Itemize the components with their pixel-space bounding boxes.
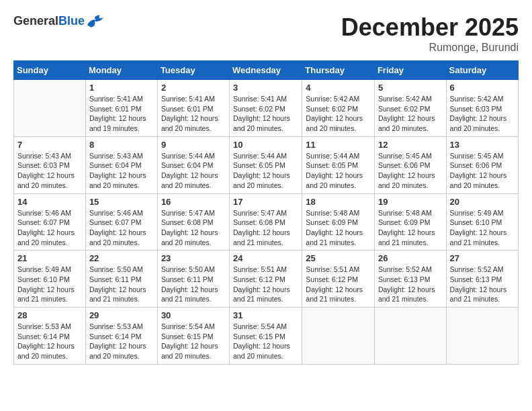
table-row: 6Sunrise: 5:42 AM Sunset: 6:03 PM Daylig… bbox=[446, 80, 518, 137]
day-number: 10 bbox=[233, 140, 298, 150]
table-row: 16Sunrise: 5:47 AM Sunset: 6:08 PM Dayli… bbox=[157, 193, 229, 250]
table-row: 31Sunrise: 5:54 AM Sunset: 6:15 PM Dayli… bbox=[230, 308, 302, 365]
cell-info: Sunrise: 5:49 AM Sunset: 6:10 PM Dayligh… bbox=[450, 208, 515, 248]
cell-info: Sunrise: 5:47 AM Sunset: 6:08 PM Dayligh… bbox=[233, 208, 298, 248]
calendar-week-row: 14Sunrise: 5:46 AM Sunset: 6:07 PM Dayli… bbox=[14, 193, 519, 250]
cell-info: Sunrise: 5:42 AM Sunset: 6:02 PM Dayligh… bbox=[306, 94, 371, 134]
table-row bbox=[446, 308, 518, 365]
day-number: 20 bbox=[450, 197, 515, 207]
day-number: 15 bbox=[89, 197, 154, 207]
day-number: 14 bbox=[17, 197, 82, 207]
table-row: 7Sunrise: 5:43 AM Sunset: 6:03 PM Daylig… bbox=[14, 136, 86, 193]
table-row: 27Sunrise: 5:52 AM Sunset: 6:13 PM Dayli… bbox=[446, 250, 518, 308]
cell-info: Sunrise: 5:41 AM Sunset: 6:01 PM Dayligh… bbox=[89, 94, 154, 134]
day-number: 8 bbox=[89, 140, 154, 150]
table-row: 17Sunrise: 5:47 AM Sunset: 6:08 PM Dayli… bbox=[230, 193, 302, 250]
header-sunday: Sunday bbox=[14, 61, 86, 80]
cell-info: Sunrise: 5:53 AM Sunset: 6:14 PM Dayligh… bbox=[17, 322, 82, 361]
cell-info: Sunrise: 5:44 AM Sunset: 6:05 PM Dayligh… bbox=[233, 151, 298, 191]
calendar-week-row: 28Sunrise: 5:53 AM Sunset: 6:14 PM Dayli… bbox=[14, 308, 519, 365]
day-number: 9 bbox=[161, 140, 226, 150]
day-number: 23 bbox=[161, 253, 226, 263]
header-wednesday: Wednesday bbox=[230, 61, 302, 80]
day-number: 13 bbox=[450, 140, 515, 150]
cell-info: Sunrise: 5:48 AM Sunset: 6:09 PM Dayligh… bbox=[378, 208, 443, 248]
header-thursday: Thursday bbox=[302, 61, 375, 80]
cell-info: Sunrise: 5:44 AM Sunset: 6:04 PM Dayligh… bbox=[161, 151, 226, 191]
day-number: 29 bbox=[89, 310, 154, 320]
table-row: 22Sunrise: 5:50 AM Sunset: 6:11 PM Dayli… bbox=[85, 250, 157, 308]
location-subtitle: Rumonge, Burundi bbox=[341, 42, 519, 54]
cell-info: Sunrise: 5:48 AM Sunset: 6:09 PM Dayligh… bbox=[306, 208, 371, 248]
cell-info: Sunrise: 5:52 AM Sunset: 6:13 PM Dayligh… bbox=[378, 265, 443, 304]
table-row: 28Sunrise: 5:53 AM Sunset: 6:14 PM Dayli… bbox=[14, 308, 86, 365]
month-title: December 2025 bbox=[341, 13, 519, 42]
day-number: 26 bbox=[378, 253, 443, 263]
cell-info: Sunrise: 5:49 AM Sunset: 6:10 PM Dayligh… bbox=[17, 265, 82, 304]
title-block: December 2025 Rumonge, Burundi bbox=[341, 13, 519, 54]
table-row: 11Sunrise: 5:44 AM Sunset: 6:05 PM Dayli… bbox=[302, 136, 375, 193]
table-row: 15Sunrise: 5:46 AM Sunset: 6:07 PM Dayli… bbox=[85, 193, 157, 250]
table-row: 21Sunrise: 5:49 AM Sunset: 6:10 PM Dayli… bbox=[14, 250, 86, 308]
table-row bbox=[14, 80, 86, 137]
table-row: 24Sunrise: 5:51 AM Sunset: 6:12 PM Dayli… bbox=[230, 250, 302, 308]
day-number: 19 bbox=[378, 197, 443, 207]
cell-info: Sunrise: 5:41 AM Sunset: 6:01 PM Dayligh… bbox=[161, 94, 226, 134]
day-number: 30 bbox=[161, 310, 226, 320]
table-row: 29Sunrise: 5:53 AM Sunset: 6:14 PM Dayli… bbox=[85, 308, 157, 365]
calendar-week-row: 7Sunrise: 5:43 AM Sunset: 6:03 PM Daylig… bbox=[14, 136, 519, 193]
table-row: 13Sunrise: 5:45 AM Sunset: 6:06 PM Dayli… bbox=[446, 136, 518, 193]
table-row: 9Sunrise: 5:44 AM Sunset: 6:04 PM Daylig… bbox=[157, 136, 229, 193]
day-number: 7 bbox=[17, 140, 82, 150]
cell-info: Sunrise: 5:44 AM Sunset: 6:05 PM Dayligh… bbox=[306, 151, 371, 191]
cell-info: Sunrise: 5:52 AM Sunset: 6:13 PM Dayligh… bbox=[450, 265, 515, 304]
calendar-table: Sunday Monday Tuesday Wednesday Thursday… bbox=[13, 60, 519, 365]
day-number: 28 bbox=[17, 310, 82, 320]
day-number: 17 bbox=[233, 197, 298, 207]
day-number: 11 bbox=[306, 140, 371, 150]
cell-info: Sunrise: 5:46 AM Sunset: 6:07 PM Dayligh… bbox=[89, 208, 154, 248]
table-row: 4Sunrise: 5:42 AM Sunset: 6:02 PM Daylig… bbox=[302, 80, 375, 137]
day-number: 3 bbox=[233, 83, 298, 93]
cell-info: Sunrise: 5:50 AM Sunset: 6:11 PM Dayligh… bbox=[161, 265, 226, 304]
logo: GeneralBlue bbox=[13, 13, 105, 30]
day-number: 24 bbox=[233, 253, 298, 263]
header-saturday: Saturday bbox=[446, 61, 518, 80]
calendar-week-row: 21Sunrise: 5:49 AM Sunset: 6:10 PM Dayli… bbox=[14, 250, 519, 308]
cell-info: Sunrise: 5:45 AM Sunset: 6:06 PM Dayligh… bbox=[450, 151, 515, 191]
table-row: 20Sunrise: 5:49 AM Sunset: 6:10 PM Dayli… bbox=[446, 193, 518, 250]
cell-info: Sunrise: 5:42 AM Sunset: 6:02 PM Dayligh… bbox=[378, 94, 443, 134]
cell-info: Sunrise: 5:43 AM Sunset: 6:04 PM Dayligh… bbox=[89, 151, 154, 191]
day-number: 22 bbox=[89, 253, 154, 263]
table-row: 14Sunrise: 5:46 AM Sunset: 6:07 PM Dayli… bbox=[14, 193, 86, 250]
cell-info: Sunrise: 5:47 AM Sunset: 6:08 PM Dayligh… bbox=[161, 208, 226, 248]
header-monday: Monday bbox=[85, 61, 157, 80]
table-row: 2Sunrise: 5:41 AM Sunset: 6:01 PM Daylig… bbox=[157, 80, 229, 137]
table-row: 26Sunrise: 5:52 AM Sunset: 6:13 PM Dayli… bbox=[374, 250, 446, 308]
table-row: 1Sunrise: 5:41 AM Sunset: 6:01 PM Daylig… bbox=[85, 80, 157, 137]
table-row: 10Sunrise: 5:44 AM Sunset: 6:05 PM Dayli… bbox=[230, 136, 302, 193]
day-number: 25 bbox=[306, 253, 371, 263]
table-row: 3Sunrise: 5:41 AM Sunset: 6:02 PM Daylig… bbox=[230, 80, 302, 137]
cell-info: Sunrise: 5:41 AM Sunset: 6:02 PM Dayligh… bbox=[233, 94, 298, 134]
cell-info: Sunrise: 5:54 AM Sunset: 6:15 PM Dayligh… bbox=[233, 322, 298, 361]
logo-bird-icon bbox=[86, 13, 105, 30]
day-number: 16 bbox=[161, 197, 226, 207]
day-number: 2 bbox=[161, 83, 226, 93]
calendar-header-row: Sunday Monday Tuesday Wednesday Thursday… bbox=[14, 61, 519, 80]
cell-info: Sunrise: 5:50 AM Sunset: 6:11 PM Dayligh… bbox=[89, 265, 154, 304]
cell-info: Sunrise: 5:54 AM Sunset: 6:15 PM Dayligh… bbox=[161, 322, 226, 361]
day-number: 1 bbox=[89, 83, 154, 93]
table-row: 18Sunrise: 5:48 AM Sunset: 6:09 PM Dayli… bbox=[302, 193, 375, 250]
table-row: 19Sunrise: 5:48 AM Sunset: 6:09 PM Dayli… bbox=[374, 193, 446, 250]
day-number: 5 bbox=[378, 83, 443, 93]
day-number: 18 bbox=[306, 197, 371, 207]
header-tuesday: Tuesday bbox=[157, 61, 229, 80]
page-header: GeneralBlue December 2025 Rumonge, Burun… bbox=[13, 13, 519, 54]
day-number: 27 bbox=[450, 253, 515, 263]
header-friday: Friday bbox=[374, 61, 446, 80]
day-number: 31 bbox=[233, 310, 298, 320]
table-row: 23Sunrise: 5:50 AM Sunset: 6:11 PM Dayli… bbox=[157, 250, 229, 308]
cell-info: Sunrise: 5:42 AM Sunset: 6:03 PM Dayligh… bbox=[450, 94, 515, 134]
cell-info: Sunrise: 5:51 AM Sunset: 6:12 PM Dayligh… bbox=[233, 265, 298, 304]
